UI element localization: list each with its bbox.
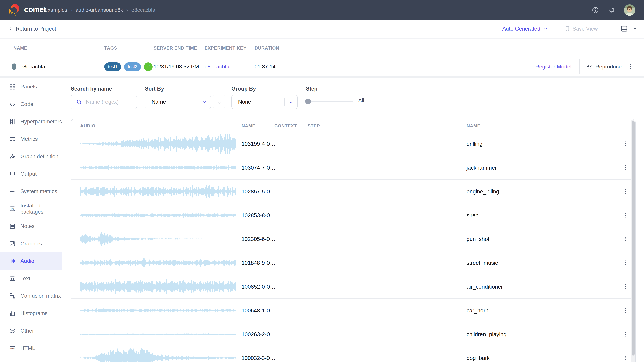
- actions-divider: [579, 59, 580, 74]
- toolbar-right: Auto Generated Save View: [502, 20, 638, 37]
- view-selector-dropdown[interactable]: Auto Generated: [502, 26, 548, 32]
- audio-name: 103074-7-0…: [242, 156, 276, 179]
- sidebar-item-label: Text: [20, 276, 30, 282]
- sidebar-item-code[interactable]: Code: [0, 95, 62, 113]
- search-input-wrapper: [71, 94, 137, 109]
- sidebar-item-label: Output: [20, 171, 36, 177]
- row-menu-button[interactable]: [621, 259, 629, 267]
- sidebar-item-installed-packages[interactable]: PyInstalled packages: [0, 200, 62, 218]
- row-menu-button[interactable]: [621, 283, 629, 291]
- audio-waveform[interactable]: [80, 277, 236, 297]
- sidebar-item-text[interactable]: Text: [0, 270, 62, 287]
- comet-logo-icon[interactable]: [8, 2, 22, 17]
- save-view-button[interactable]: Save View: [564, 25, 598, 32]
- experiment-name: e8ecacbfa: [20, 57, 45, 76]
- sidebar-item-panels[interactable]: Panels: [0, 78, 62, 95]
- audio-waveform[interactable]: [80, 205, 236, 225]
- chevron-left-icon: [8, 26, 13, 31]
- return-to-project-button[interactable]: Return to Project: [8, 20, 56, 37]
- collapse-panel-icon[interactable]: [632, 26, 638, 31]
- column-header-name: NAME: [14, 39, 27, 57]
- group-by-select[interactable]: None: [232, 94, 298, 109]
- experiment-toolbar: Return to Project Auto Generated Save Vi…: [0, 20, 644, 37]
- bookmark-icon: [564, 25, 570, 32]
- arrow-down-icon: [216, 99, 222, 105]
- audio-row: 100648-1-0…car_horn: [71, 299, 635, 323]
- step-column-header: STEP: [308, 119, 320, 132]
- row-menu-button[interactable]: [621, 330, 629, 338]
- sidebar-item-graph-definition[interactable]: Graph definition: [0, 148, 62, 165]
- audio-icon: [9, 257, 16, 265]
- sidebar-item-notes[interactable]: Notes: [0, 218, 62, 235]
- audio-waveform[interactable]: [80, 181, 236, 201]
- breadcrumb-workspace[interactable]: examples: [45, 7, 67, 13]
- column-divider: [101, 39, 101, 76]
- sort-direction-button[interactable]: [213, 94, 225, 109]
- help-icon[interactable]: [592, 6, 599, 13]
- audio-label: engine_idling: [466, 180, 499, 203]
- row-menu-button[interactable]: [621, 306, 629, 314]
- scrollbar-thumb[interactable]: [632, 121, 634, 356]
- announcements-icon[interactable]: [608, 6, 615, 13]
- experiment-tag[interactable]: test2: [124, 62, 141, 71]
- audio-waveform[interactable]: [80, 229, 236, 249]
- breadcrumb-experiment[interactable]: e8ecacbfa: [131, 7, 155, 13]
- audio-waveform[interactable]: [80, 300, 236, 321]
- sidebar-item-hyperparameters[interactable]: Hyperparameters: [0, 113, 62, 130]
- sidebar-item-other[interactable]: Other: [0, 322, 62, 340]
- step-slider-track[interactable]: [306, 100, 353, 102]
- row-menu-button[interactable]: [621, 187, 629, 195]
- row-menu-button[interactable]: [621, 354, 629, 362]
- experiment-key-link[interactable]: e8ecacbfa: [204, 57, 230, 76]
- experiment-tag[interactable]: +4: [144, 62, 153, 71]
- row-menu-button[interactable]: [621, 235, 629, 243]
- sidebar-item-audio[interactable]: Audio: [0, 252, 62, 270]
- section-divider: [0, 37, 644, 39]
- register-model-button[interactable]: Register Model: [535, 57, 572, 76]
- audio-row: 103199-4-0…drilling: [71, 132, 635, 156]
- sidebar-item-graphics[interactable]: Graphics: [0, 235, 62, 252]
- breadcrumb-separator: ›: [126, 7, 128, 13]
- kebab-icon: [622, 283, 628, 290]
- graph-definition-icon: [9, 153, 16, 160]
- audio-waveform[interactable]: [80, 253, 236, 273]
- row-menu-button[interactable]: [621, 164, 629, 172]
- column-header-server-end-time: SERVER END TIME: [154, 39, 197, 57]
- experiment-tag[interactable]: test1: [104, 62, 121, 71]
- sidebar-item-output[interactable]: Output: [0, 165, 62, 183]
- sidebar-item-label: Panels: [20, 84, 37, 90]
- metrics-icon: [9, 135, 16, 143]
- graphics-icon: [9, 240, 16, 247]
- sidebar-item-histograms[interactable]: Histograms: [0, 305, 62, 322]
- audio-waveform[interactable]: [80, 324, 236, 344]
- section-divider: [0, 76, 644, 78]
- reproduce-button[interactable]: Reproduce: [586, 57, 622, 76]
- sort-by-select[interactable]: Name: [145, 94, 211, 109]
- sidebar-item-label: Code: [20, 101, 33, 107]
- audio-waveform[interactable]: [80, 158, 236, 178]
- installed-packages-icon: Py: [9, 205, 16, 213]
- brand-name[interactable]: comet: [24, 0, 46, 20]
- kebab-icon: [622, 188, 628, 195]
- sidebar-item-html[interactable]: HTMLHTML: [0, 340, 62, 357]
- kebab-icon: [622, 212, 628, 219]
- vertical-scrollbar[interactable]: [631, 120, 635, 362]
- table-layout-icon[interactable]: [620, 24, 628, 33]
- sidebar-item-system-metrics[interactable]: System metrics: [0, 183, 62, 200]
- breadcrumb-project[interactable]: audio-urbansound8k: [76, 7, 123, 13]
- sidebar-item-label: Other: [20, 328, 34, 334]
- search-input[interactable]: [85, 98, 134, 105]
- group-by-label: Group By: [232, 86, 256, 92]
- sidebar-item-confusion-matrix[interactable]: Confusion matrix: [0, 287, 62, 305]
- row-menu-button[interactable]: [621, 140, 629, 148]
- audio-waveform[interactable]: [80, 134, 236, 154]
- experiment-menu-button[interactable]: [626, 63, 634, 71]
- audio-row: 100263-2-0…children_playing: [71, 323, 635, 346]
- row-menu-button[interactable]: [621, 211, 629, 219]
- user-avatar[interactable]: [624, 4, 635, 15]
- audio-waveform[interactable]: [80, 348, 236, 362]
- html-icon: HTML: [9, 345, 16, 352]
- audio-label: air_conditioner: [466, 275, 503, 298]
- sidebar-item-metrics[interactable]: Metrics: [0, 130, 62, 148]
- step-slider-thumb[interactable]: [305, 98, 311, 104]
